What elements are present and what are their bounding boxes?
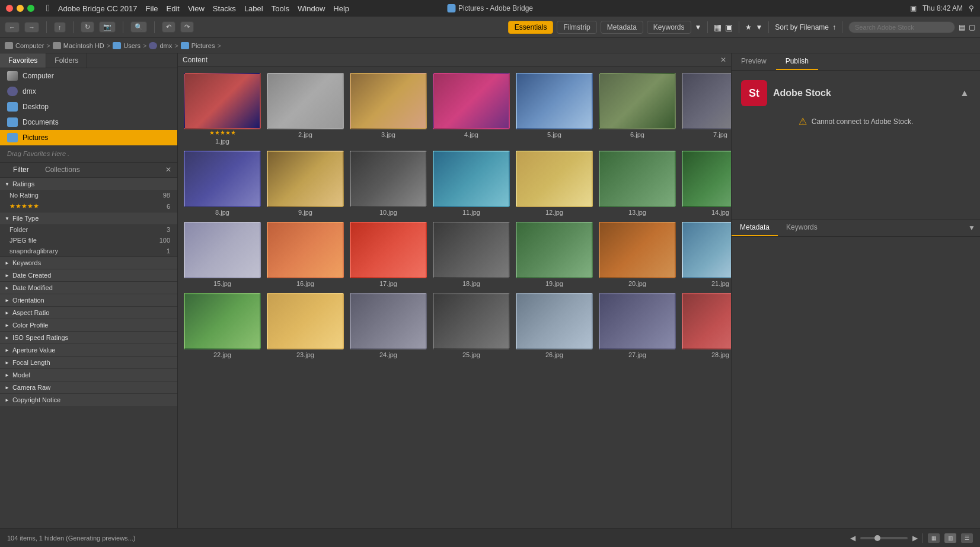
loupe-button[interactable]: 🔍 <box>130 21 147 33</box>
filter-aspectratio-header[interactable]: ► Aspect Ratio <box>0 306 177 319</box>
fav-computer[interactable]: Computer <box>0 68 177 84</box>
filter-filetype-header[interactable]: ▼ File Type <box>0 212 177 224</box>
filter-datemodified-header[interactable]: ► Date Modified <box>0 281 177 294</box>
status-icon-right[interactable]: ▶ <box>912 534 918 542</box>
filter-model-header[interactable]: ► Model <box>0 368 177 381</box>
thumb-2[interactable]: 2.jpg <box>267 73 344 145</box>
thumb-9[interactable]: 9.jpg <box>267 151 344 216</box>
tab-keywords[interactable]: Keywords <box>778 220 826 236</box>
thumb-15[interactable]: 15.jpg <box>184 222 261 287</box>
thumb-13[interactable]: 13.jpg <box>599 151 676 216</box>
refresh-button[interactable]: ↻ <box>81 21 94 33</box>
fav-pictures[interactable]: Pictures <box>0 130 177 145</box>
forward-button[interactable]: → <box>24 22 39 33</box>
thumb-5[interactable]: 5.jpg <box>516 73 593 145</box>
more-options-icon[interactable]: ▤ <box>959 23 965 31</box>
filter-copyright-header[interactable]: ► Copyright Notice <box>0 393 177 406</box>
tab-collections[interactable]: Collections <box>38 163 87 176</box>
thumb-14[interactable]: 14.jpg <box>682 151 731 216</box>
filter-keywords-header[interactable]: ► Keywords <box>0 256 177 269</box>
tab-folders[interactable]: Folders <box>46 53 87 68</box>
menu-stacks[interactable]: Stacks <box>213 4 236 13</box>
view-icon-list[interactable]: ▣ <box>725 23 733 32</box>
thumb-27[interactable]: 27.jpg <box>599 293 676 358</box>
filter-colorprofile-header[interactable]: ► Color Profile <box>0 319 177 331</box>
menu-help[interactable]: Help <box>333 4 349 13</box>
thumb-17[interactable]: 17.jpg <box>350 222 427 287</box>
view-icon-grid[interactable]: ▦ <box>714 23 722 32</box>
thumb-28[interactable]: 28.jpg <box>682 293 731 358</box>
status-icon-left[interactable]: ◀ <box>850 534 855 542</box>
thumb-24[interactable]: 24.jpg <box>350 293 427 358</box>
workspace-essentials-btn[interactable]: Essentials <box>508 21 554 34</box>
fav-documents[interactable]: Documents <box>0 115 177 130</box>
search-input[interactable] <box>848 21 955 33</box>
menu-edit[interactable]: Edit <box>167 4 180 13</box>
redo-button[interactable]: ↷ <box>180 21 194 33</box>
thumb-3[interactable]: 3.jpg <box>350 73 427 145</box>
view-grid-btn[interactable]: ▦ <box>928 533 940 543</box>
menu-label[interactable]: Label <box>244 4 263 13</box>
filter-aperture-header[interactable]: ► Aperture Value <box>0 344 177 356</box>
thumb-8[interactable]: 8.jpg <box>184 151 261 216</box>
filter-ratings-header[interactable]: ▼ Ratings <box>0 177 177 190</box>
thumb-11[interactable]: 11.jpg <box>433 151 510 216</box>
thumb-7[interactable]: 7.jpg <box>682 73 731 145</box>
fav-desktop[interactable]: Desktop <box>0 99 177 115</box>
thumb-22[interactable]: 22.jpg <box>184 293 261 358</box>
view-thumb-btn[interactable]: ▥ <box>944 533 956 543</box>
search-icon[interactable]: ⚲ <box>969 4 974 12</box>
close-button[interactable] <box>6 5 13 12</box>
filter-orientation-header[interactable]: ► Orientation <box>0 294 177 306</box>
menu-window[interactable]: Window <box>298 4 325 13</box>
menu-view[interactable]: View <box>188 4 205 13</box>
view-options-icon[interactable]: ▢ <box>969 23 975 31</box>
tab-preview[interactable]: Preview <box>732 53 776 70</box>
filter-datecreated-header[interactable]: ► Date Created <box>0 269 177 281</box>
content-grid[interactable]: ★★★★★ 1.jpg 2.jpg 3.jpg 4.jpg 5.jp <box>178 67 731 528</box>
metadata-expand-icon[interactable]: ▼ <box>968 224 975 232</box>
workspace-keywords-btn[interactable]: Keywords <box>647 21 691 34</box>
thumb-6[interactable]: 6.jpg <box>599 73 676 145</box>
camera-button[interactable]: 📷 <box>99 21 116 33</box>
nav-up-button[interactable]: ↑ <box>54 22 66 33</box>
filter-5-stars[interactable]: ★★★★★ 6 <box>0 201 177 212</box>
filter-cameraraw-header[interactable]: ► Camera Raw <box>0 381 177 393</box>
thumb-23[interactable]: 23.jpg <box>267 293 344 358</box>
star-filter-icon[interactable]: ★ <box>745 23 752 31</box>
filter-isospeed-header[interactable]: ► ISO Speed Ratings <box>0 331 177 344</box>
workspace-filmstrip-btn[interactable]: Filmstrip <box>557 21 596 34</box>
thumb-19[interactable]: 19.jpg <box>516 222 593 287</box>
undo-button[interactable]: ↶ <box>162 21 175 33</box>
thumb-26[interactable]: 26.jpg <box>516 293 593 358</box>
sort-order-icon[interactable]: ↑ <box>832 23 836 31</box>
tab-favorites[interactable]: Favorites <box>0 53 46 68</box>
thumb-25[interactable]: 25.jpg <box>433 293 510 358</box>
menu-tools[interactable]: Tools <box>272 4 289 13</box>
sort-label[interactable]: Sort by Filename <box>775 23 829 31</box>
filter-snapndrag[interactable]: snapndraglibrary 1 <box>0 246 177 256</box>
thumb-12[interactable]: 12.jpg <box>516 151 593 216</box>
traffic-lights[interactable] <box>6 5 34 12</box>
thumb-18[interactable]: 18.jpg <box>433 222 510 287</box>
filter-jpeg[interactable]: JPEG file 100 <box>0 235 177 246</box>
thumb-20[interactable]: 20.jpg <box>599 222 676 287</box>
fav-dmx[interactable]: dmx <box>0 84 177 99</box>
bc-users[interactable]: Users <box>123 42 141 49</box>
thumb-16[interactable]: 16.jpg <box>267 222 344 287</box>
workspace-dropdown-icon[interactable]: ▼ <box>695 23 702 31</box>
star-filter-dropdown[interactable]: ▼ <box>755 23 762 31</box>
bc-pictures[interactable]: Pictures <box>191 42 215 49</box>
back-button[interactable]: ← <box>5 22 20 33</box>
bc-dmx[interactable]: dmx <box>159 42 172 49</box>
filter-panel-header[interactable]: Filter Collections ✕ <box>0 163 177 177</box>
zoom-thumb[interactable] <box>874 535 880 541</box>
content-close-icon[interactable]: ✕ <box>720 56 726 64</box>
tab-metadata[interactable]: Metadata <box>732 220 778 236</box>
bc-computer[interactable]: Computer <box>15 42 44 49</box>
workspace-metadata-btn[interactable]: Metadata <box>601 21 643 34</box>
menu-app[interactable]: Adobe Bridge CC 2017 <box>58 4 138 13</box>
zoom-slider[interactable] <box>860 537 908 539</box>
tab-publish[interactable]: Publish <box>776 53 818 70</box>
filter-focallength-header[interactable]: ► Focal Length <box>0 356 177 368</box>
